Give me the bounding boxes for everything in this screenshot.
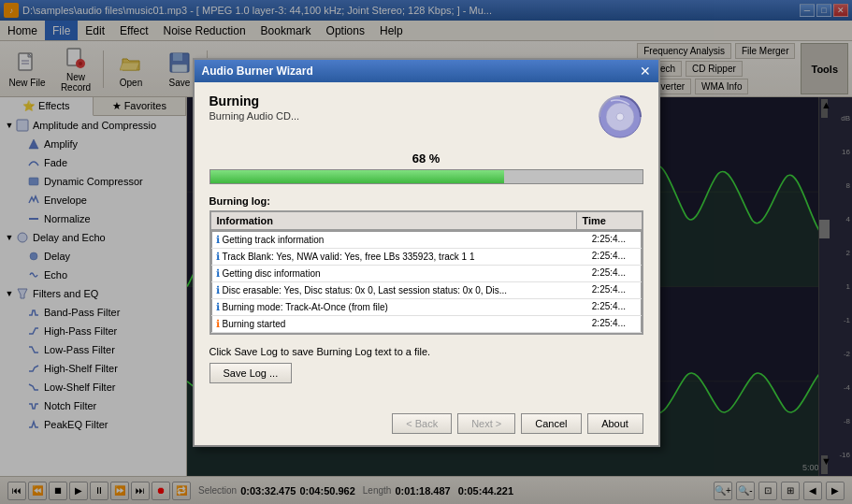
log-section: Burning log: Information Time — [209, 195, 643, 335]
log-entries-table: ℹGetting track information2:25:4...ℹTrac… — [211, 231, 642, 333]
burning-subtitle: Burning Audio CD... — [209, 110, 300, 122]
dialog-title-bar: Audio Burner Wizard ✕ — [195, 60, 658, 82]
info-icon: ℹ — [216, 251, 220, 262]
log-row: ℹDisc erasable: Yes, Disc status: 0x 0, … — [211, 281, 641, 298]
log-time-cell: 2:25:4... — [588, 248, 641, 265]
about-button[interactable]: About — [587, 413, 643, 434]
log-info-cell: ℹGetting disc information — [211, 265, 588, 281]
log-row: ℹBurning started2:25:4... — [211, 315, 641, 332]
save-log-button[interactable]: Save Log ... — [209, 363, 293, 383]
warning-icon: ℹ — [216, 318, 220, 329]
log-info-cell: ℹDisc erasable: Yes, Disc status: 0x 0, … — [211, 281, 588, 298]
back-button[interactable]: < Back — [392, 413, 452, 434]
audio-burner-dialog: Audio Burner Wizard ✕ Burning Burning Au… — [193, 58, 660, 447]
log-time-cell: 2:25:4... — [588, 298, 641, 315]
log-info-cell: ℹBurning started — [211, 315, 588, 332]
log-row: ℹGetting disc information2:25:4... — [211, 265, 641, 281]
log-col-time: Time — [576, 211, 642, 229]
progress-section: 68 % — [209, 151, 643, 184]
log-table: Information Time — [210, 211, 643, 230]
dialog-title-text: Audio Burner Wizard — [202, 65, 313, 78]
cancel-button[interactable]: Cancel — [521, 413, 581, 434]
log-info-cell: ℹBurning mode: Track-At-Once (from file) — [211, 298, 588, 315]
dialog-body: Burning Burning Audio CD... — [195, 82, 658, 406]
info-icon: ℹ — [216, 301, 220, 312]
cd-icon — [597, 94, 643, 140]
save-log-section: Click Save Log to save Burning Log text … — [209, 346, 643, 383]
log-time-cell: 2:25:4... — [588, 265, 641, 281]
log-row: ℹGetting track information2:25:4... — [211, 231, 641, 248]
dialog-overlay: Audio Burner Wizard ✕ Burning Burning Au… — [0, 0, 852, 504]
dialog-close-button[interactable]: ✕ — [640, 64, 651, 79]
progress-bar-container — [209, 169, 643, 184]
log-time-cell: 2:25:4... — [588, 315, 641, 332]
info-icon: ℹ — [216, 267, 220, 279]
next-button[interactable]: Next > — [457, 413, 515, 434]
burning-title: Burning — [209, 94, 300, 108]
log-info-cell: ℹGetting track information — [211, 231, 588, 248]
log-time-cell: 2:25:4... — [588, 281, 641, 298]
info-icon: ℹ — [216, 234, 220, 245]
info-icon: ℹ — [216, 284, 220, 295]
log-time-cell: 2:25:4... — [588, 231, 641, 248]
svg-point-22 — [616, 113, 624, 121]
log-info-cell: ℹTrack Blank: Yes, NWA valid: Yes, free … — [211, 248, 588, 265]
log-col-info: Information — [210, 211, 576, 229]
log-row: ℹBurning mode: Track-At-Once (from file)… — [211, 298, 641, 315]
progress-bar-fill — [210, 170, 504, 183]
save-log-text: Click Save Log to save Burning Log text … — [209, 346, 643, 357]
log-row: ℹTrack Blank: Yes, NWA valid: Yes, free … — [211, 248, 641, 265]
progress-percent-label: 68 % — [209, 151, 643, 166]
dialog-footer: < Back Next > Cancel About — [195, 406, 658, 445]
log-table-container[interactable]: ℹGetting track information2:25:4...ℹTrac… — [210, 230, 643, 334]
log-label: Burning log: — [209, 195, 643, 207]
burning-header: Burning Burning Audio CD... — [209, 94, 643, 140]
